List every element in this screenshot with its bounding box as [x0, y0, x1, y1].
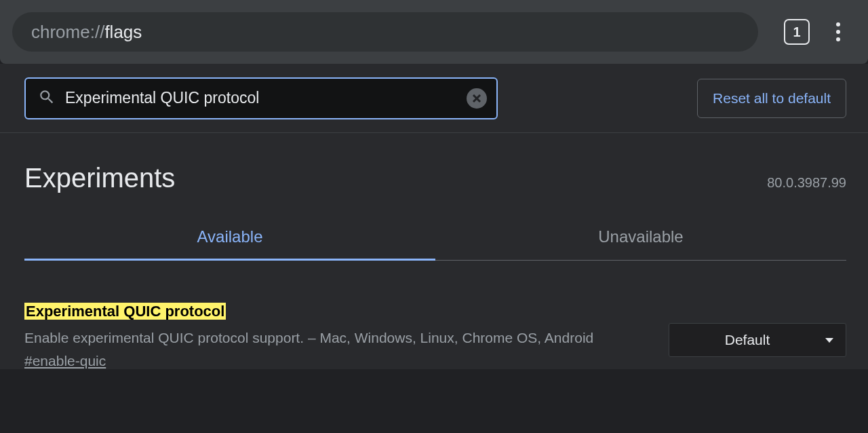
flag-title: Experimental QUIC protocol: [24, 303, 226, 320]
tab-unavailable-label: Unavailable: [598, 227, 683, 246]
tab-available[interactable]: Available: [24, 227, 435, 260]
tab-unavailable[interactable]: Unavailable: [435, 227, 846, 260]
reset-all-button[interactable]: Reset all to default: [697, 79, 846, 118]
tab-bar: Available Unavailable: [24, 227, 846, 261]
reset-all-label: Reset all to default: [713, 90, 831, 107]
search-icon: [38, 88, 56, 109]
tab-count-label: 1: [793, 24, 800, 40]
flag-description: Enable experimental QUIC protocol suppor…: [24, 327, 648, 349]
tab-switcher-button[interactable]: 1: [784, 19, 810, 45]
tab-available-label: Available: [197, 227, 263, 246]
flag-state-select[interactable]: Default: [669, 323, 846, 357]
page-title: Experiments: [24, 163, 175, 193]
flag-state-value: Default: [669, 332, 825, 348]
flags-search-input[interactable]: [56, 89, 467, 107]
flag-anchor-link[interactable]: #enable-quic: [24, 353, 106, 369]
chevron-down-icon: [825, 338, 833, 343]
omnibox[interactable]: chrome://flags: [12, 12, 758, 52]
url-scheme: chrome://: [31, 22, 104, 43]
browser-toolbar: chrome://flags 1: [0, 0, 868, 64]
flags-controls-row: Reset all to default: [0, 64, 868, 133]
chrome-version: 80.0.3987.99: [767, 175, 846, 191]
kebab-menu-icon[interactable]: [825, 18, 852, 45]
flags-content: Experiments 80.0.3987.99 Available Unava…: [0, 133, 868, 369]
flags-search-box[interactable]: [24, 77, 498, 119]
flag-item: Experimental QUIC protocol Enable experi…: [24, 303, 846, 369]
url-path: flags: [104, 22, 142, 43]
clear-search-button[interactable]: [467, 88, 487, 109]
